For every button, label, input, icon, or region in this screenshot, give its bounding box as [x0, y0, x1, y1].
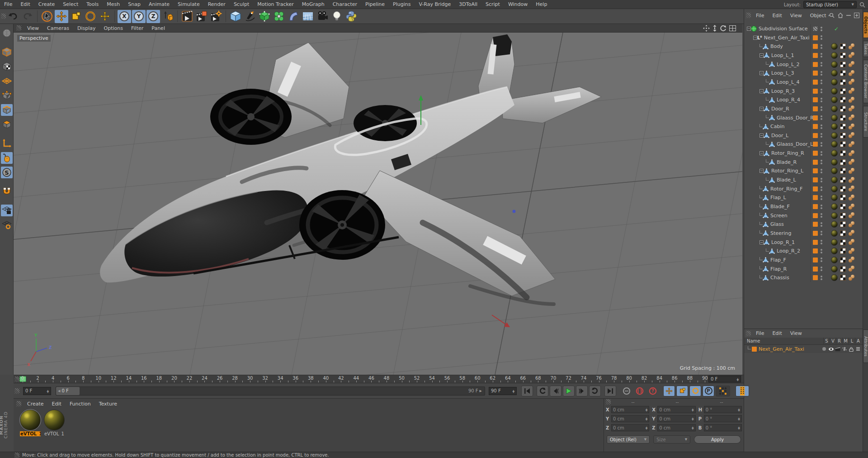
visibility-dots-icon[interactable]	[821, 222, 822, 227]
material-tag-icon[interactable]	[831, 221, 838, 228]
tree-row-glass[interactable]: Glass	[744, 220, 863, 229]
layer-tag-icon[interactable]	[813, 62, 818, 67]
enabled-check-icon[interactable]: ✓	[834, 26, 839, 32]
layer-tag-icon[interactable]	[813, 44, 818, 49]
main-menu-pipeline[interactable]: Pipeline	[361, 1, 389, 7]
stepper-icon[interactable]: ▲▼	[692, 417, 694, 420]
uvw-tag-icon[interactable]	[840, 230, 846, 236]
goto-end-button[interactable]	[604, 386, 616, 396]
timeline-filmstrip-button[interactable]	[736, 386, 749, 396]
material-tag-icon[interactable]	[831, 274, 838, 281]
tree-expander[interactable]: −	[760, 151, 764, 155]
tree-expander[interactable]: −	[747, 27, 751, 31]
tree-row-cabin[interactable]: Cabin	[744, 122, 863, 131]
viewport-menu-grip[interactable]	[16, 25, 21, 31]
uvw-tag-icon[interactable]	[840, 150, 846, 156]
next-key-button[interactable]	[589, 386, 601, 396]
tree-row-flap-r[interactable]: Flap_R	[744, 265, 863, 273]
uvw-tag-icon[interactable]	[840, 133, 846, 138]
interface-search-icon[interactable]	[859, 2, 865, 8]
python-script-button[interactable]	[344, 10, 358, 23]
visibility-dots-icon[interactable]	[821, 53, 822, 57]
timeline-frame-field[interactable]: 0 F ▲▼	[708, 376, 741, 382]
playback-range-slider[interactable]: ◀ 0 F 90 F ▶	[56, 386, 485, 396]
main-menu-mograph[interactable]: MoGraph	[298, 1, 329, 7]
main-menu-animate[interactable]: Animate	[145, 1, 174, 7]
live-selection-tool[interactable]	[40, 10, 54, 23]
material-tag-icon[interactable]	[831, 248, 838, 254]
layer-panel-grip[interactable]	[746, 331, 751, 336]
uvw-tag-icon[interactable]	[840, 195, 846, 200]
tree-row-rotor-ring-f[interactable]: Rotor_Ring_F	[744, 185, 863, 193]
tree-expander[interactable]: −	[760, 107, 764, 111]
uvw-tag-icon[interactable]	[840, 159, 846, 165]
material-tag-icon[interactable]	[831, 70, 838, 76]
autokey-button[interactable]: ?	[647, 386, 659, 396]
visibility-dots-icon[interactable]	[821, 106, 822, 111]
frame-end-field[interactable]: 90 F ▲▼	[489, 387, 517, 395]
main-menu-edit[interactable]: Edit	[16, 1, 34, 7]
material-tag-icon[interactable]	[831, 212, 838, 219]
spline-pen-button[interactable]	[243, 10, 257, 23]
visibility-dots-icon[interactable]	[821, 160, 822, 164]
uvw-tag-icon[interactable]	[840, 62, 846, 67]
tree-row-loop-r-4[interactable]: Loop_R_4	[744, 95, 863, 104]
visibility-dots-icon[interactable]	[821, 115, 822, 120]
phong-tag-icon[interactable]	[848, 150, 855, 157]
layer-tag-icon[interactable]	[813, 133, 818, 138]
visibility-dots-icon[interactable]	[821, 267, 822, 271]
main-menu-motion-tracker[interactable]: Motion Tracker	[253, 1, 297, 7]
object-axis-x[interactable]	[492, 315, 510, 327]
viewport-toggle-icon[interactable]	[729, 25, 736, 31]
phong-tag-icon[interactable]	[848, 195, 855, 201]
tab-content-browser[interactable]: Content Browser	[863, 60, 868, 103]
render-picture-viewer-button[interactable]	[195, 10, 208, 23]
phong-tag-icon[interactable]	[848, 61, 855, 67]
visibility-dots-icon[interactable]	[821, 186, 822, 191]
layer-tag-icon[interactable]	[813, 231, 818, 236]
tree-expander[interactable]: −	[760, 89, 764, 93]
toolbar-grip[interactable]	[1, 14, 6, 19]
layer-tag-icon[interactable]	[813, 240, 818, 245]
tree-expander[interactable]: −	[753, 36, 757, 40]
key-parameter-button[interactable]: P	[703, 386, 714, 396]
tab-attributes[interactable]: Attributes	[863, 329, 868, 363]
visibility-dots-icon[interactable]	[821, 35, 822, 40]
main-menu-file[interactable]: File	[0, 1, 16, 7]
main-menu-select[interactable]: Select	[59, 1, 82, 7]
tree-row-flap-l[interactable]: Flap_L	[744, 193, 863, 202]
aircraft-model[interactable]	[100, 34, 601, 304]
coordinate-mode-dropdown[interactable]: Object (Rel) ▼	[607, 435, 650, 444]
om-menu-view[interactable]: View	[786, 13, 806, 19]
stepper-icon[interactable]: ▲▼	[738, 417, 740, 420]
viewport-menu-cameras[interactable]: Cameras	[43, 25, 73, 31]
uvw-tag-icon[interactable]	[840, 43, 846, 49]
main-menu-v-ray-bridge[interactable]: V-Ray Bridge	[415, 1, 455, 7]
layer-animation-icon[interactable]	[855, 346, 861, 352]
layer-visibility-icon[interactable]	[828, 346, 834, 352]
phong-tag-icon[interactable]	[848, 230, 855, 236]
visibility-dots-icon[interactable]	[821, 169, 822, 173]
om-collapse-icon[interactable]	[846, 13, 851, 18]
last-used-tool[interactable]	[98, 10, 112, 23]
planar-workplane-button[interactable]	[1, 219, 13, 231]
tree-row-chassis[interactable]: Chassis	[744, 273, 863, 282]
uvw-tag-icon[interactable]	[840, 266, 846, 272]
uvw-tag-icon[interactable]	[840, 124, 846, 129]
layer-tag-icon[interactable]	[813, 248, 818, 253]
material-tag-icon[interactable]	[831, 177, 838, 183]
timeline-grip[interactable]	[14, 377, 19, 382]
transport-grip[interactable]	[14, 388, 19, 394]
phong-tag-icon[interactable]	[848, 159, 855, 165]
tree-row-blade-r[interactable]: Blade_R	[744, 158, 863, 167]
render-settings-button[interactable]	[209, 10, 223, 23]
light-button[interactable]	[330, 10, 344, 23]
layer-tag-icon[interactable]	[813, 160, 818, 165]
points-mode-button[interactable]	[1, 90, 13, 101]
om-expand-icon[interactable]	[854, 13, 859, 18]
uvw-tag-icon[interactable]	[840, 52, 846, 58]
stepper-icon[interactable]: ▲▼	[738, 426, 740, 429]
material-tag-icon[interactable]	[831, 132, 838, 139]
phong-tag-icon[interactable]	[848, 97, 855, 103]
tree-row-loop-l-4[interactable]: Loop_L_4	[744, 78, 863, 86]
